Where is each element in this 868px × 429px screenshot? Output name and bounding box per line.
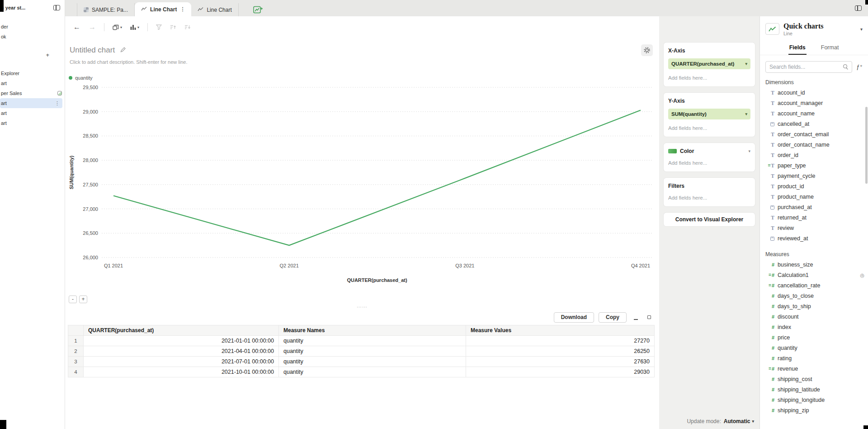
field-item[interactable]: account_id [760,88,868,98]
field-item[interactable]: returned_at [760,213,868,223]
field-item[interactable]: days_to_close [760,291,868,301]
add-element-button[interactable] [250,3,266,16]
panel-resize-handle[interactable]: ⋯⋯ [65,303,659,310]
table-row[interactable]: 4 2021-10-01 00:00:00 quantity 29030 [68,367,655,377]
field-item[interactable]: payment_cycle [760,171,868,181]
field-item[interactable]: rating [760,353,868,364]
field-item[interactable]: days_to_ship [760,301,868,312]
field-item[interactable]: purchased_at [760,202,868,213]
sort-descending-button[interactable] [184,24,191,30]
item-menu-icon[interactable]: ⋮ [55,101,60,106]
field-item[interactable]: shipping_zip [760,405,868,416]
duplicate-element-button[interactable]: ▾ [113,24,122,30]
field-item[interactable]: order_contact_name [760,140,868,150]
convert-to-visual-explorer-button[interactable]: Convert to Visual Explorer [664,213,755,226]
tab-fields[interactable]: Fields [788,40,807,55]
sidebar-item[interactable]: Explorer [0,68,65,78]
chart-type-button[interactable]: ▾ [130,24,139,30]
field-item[interactable]: = cancellation_rate [760,281,868,291]
redo-button[interactable]: → [89,24,96,31]
zoom-out-button[interactable]: - [69,296,77,303]
table-row[interactable]: 1 2021-01-01 00:00:00 quantity 27270 [68,336,655,346]
field-item[interactable]: cancelled_at [760,119,868,129]
column-header[interactable]: Measure Values [466,325,655,336]
chevron-down-icon[interactable]: ▾ [745,62,747,66]
field-item[interactable]: index [760,322,868,333]
sidebar-item[interactable]: per Sales [0,88,65,98]
download-button[interactable]: Download [554,312,594,323]
cell-measure-name[interactable]: quantity [279,357,466,367]
undo-button[interactable]: ← [73,24,80,31]
cell-measure-name[interactable]: quantity [279,367,466,377]
cell-measure-value[interactable]: 27630 [466,357,655,367]
field-item[interactable]: quantity [760,343,868,353]
filters-drop-zone[interactable]: Add fields here... [668,195,750,200]
column-header[interactable]: QUARTER(purchased_at) [84,325,279,336]
table-row[interactable]: 3 2021-07-01 00:00:00 quantity 27630 [68,357,655,367]
field-item[interactable]: shipping_cost [760,374,868,385]
tab-format[interactable]: Format [820,40,840,55]
color-drop-zone[interactable]: Add fields here... [668,160,750,166]
chart-settings-button[interactable] [641,44,653,56]
chart-title[interactable]: Untitled chart [70,46,115,55]
line-chart[interactable]: 26,00026,50027,00027,50028,00028,50029,0… [68,81,656,285]
add-page-button[interactable]: + [0,48,65,62]
cell-measure-name[interactable]: quantity [279,336,466,346]
cell-measure-value[interactable]: 26250 [466,346,655,357]
field-item[interactable]: product_name [760,192,868,202]
chevron-down-icon[interactable]: ▾ [860,27,863,32]
x-axis-drop-zone[interactable]: Add fields here... [668,75,750,81]
field-item[interactable]: account_manager [760,98,868,109]
chevron-down-icon[interactable]: ▾ [748,149,750,153]
expand-table-icon[interactable] [645,313,654,322]
sidebar-item[interactable]: art [0,118,65,128]
search-input[interactable] [765,61,852,73]
cell-quarter[interactable]: 2021-07-01 00:00:00 [84,357,279,367]
table-row[interactable]: 2 2021-04-01 00:00:00 quantity 26250 [68,346,655,357]
update-mode-dropdown[interactable]: Automatic ▾ [724,418,754,424]
collapse-table-icon[interactable] [631,313,640,322]
field-item[interactable]: product_id [760,181,868,192]
cell-measure-value[interactable]: 27270 [466,336,655,346]
sort-ascending-button[interactable] [170,24,176,30]
sidebar-item[interactable]: ok [0,32,65,42]
cell-measure-name[interactable]: quantity [279,346,466,357]
tab-line-chart-active[interactable]: Line Chart ⋮ [135,2,191,16]
field-item[interactable]: reviewed_at [760,234,868,244]
field-item[interactable]: discount [760,312,868,322]
field-item[interactable]: = revenue [760,364,868,374]
field-item[interactable]: business_size [760,260,868,270]
sidebar-item[interactable]: der [0,22,65,32]
sidebar-item[interactable]: art ⋮ [0,98,62,108]
scrollbar-thumb[interactable] [865,107,868,184]
edit-title-icon[interactable] [120,47,126,54]
tab-sample-workbook[interactable]: SAMPLE: Pa... [77,3,135,16]
field-item[interactable]: order_contact_email [760,129,868,140]
field-item[interactable]: = Calculation1 ◎ [760,270,868,281]
field-item[interactable]: shipping_latitude [760,385,868,395]
sidebar-item[interactable]: art [0,108,65,118]
sidebar-toggle-icon[interactable] [53,5,60,10]
field-item[interactable]: order_id [760,150,868,161]
cell-quarter[interactable]: 2021-04-01 00:00:00 [84,346,279,357]
add-calculation-button[interactable]: ƒ⁺ [855,63,863,71]
cell-quarter[interactable]: 2021-01-01 00:00:00 [84,336,279,346]
chart-description-placeholder[interactable]: Click to add chart description. Shift-en… [70,59,653,65]
filter-button[interactable] [156,24,162,30]
field-item[interactable]: = paper_type [760,161,868,171]
zoom-in-button[interactable]: + [79,296,87,303]
tab-menu-icon[interactable]: ⋮ [180,7,185,12]
x-axis-field-pill[interactable]: QUARTER(purchased_at) ▾ [668,58,750,69]
column-header[interactable] [68,325,84,336]
y-axis-drop-zone[interactable]: Add fields here... [668,125,750,131]
field-item[interactable]: shipping_longitude [760,395,868,405]
tab-line-chart-2[interactable]: Line Chart [191,3,238,16]
y-axis-field-pill[interactable]: SUM(quantity) ▾ [668,109,750,119]
field-item[interactable]: price [760,333,868,343]
column-header[interactable]: Measure Names [279,325,466,336]
field-item[interactable]: account_name [760,109,868,119]
field-item[interactable]: review [760,223,868,234]
panel-toggle-icon[interactable] [855,5,862,11]
cell-measure-value[interactable]: 29030 [466,367,655,377]
chevron-down-icon[interactable]: ▾ [745,112,747,116]
